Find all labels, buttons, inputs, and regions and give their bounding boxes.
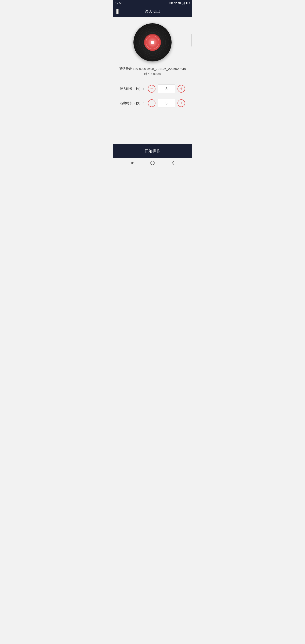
start-button[interactable]: 开始操作 (144, 148, 160, 154)
fade-in-row: 淡入时长（秒）： (119, 84, 186, 93)
file-duration: 时长：00:38 (144, 72, 160, 76)
nav-bar (113, 158, 192, 168)
battery-icon (186, 2, 190, 4)
svg-rect-7 (134, 162, 134, 163)
recents-icon (130, 161, 134, 164)
network-label: 4G (178, 2, 181, 4)
fade-out-increment-button[interactable] (178, 99, 185, 107)
header-title: 淡入淡出 (145, 9, 160, 14)
scrollbar[interactable] (192, 34, 192, 46)
minus-icon (150, 86, 153, 91)
main-content: 通话录音 139 8200 9608_221106_222552.m4a 时长：… (113, 17, 192, 144)
home-icon (150, 160, 155, 165)
vinyl-label (144, 34, 161, 51)
bottom-bar: 开始操作 (113, 144, 192, 158)
file-name: 通话录音 139 8200 9608_221106_222552.m4a (119, 66, 186, 71)
svg-rect-2 (189, 2, 190, 4)
status-bar: 17:53 HD 4G (113, 0, 192, 6)
vinyl-container (134, 23, 172, 62)
fade-in-decrement-button[interactable] (148, 85, 156, 92)
status-time: 17:53 (116, 2, 122, 5)
fade-in-input[interactable] (158, 84, 175, 93)
vinyl-record (134, 23, 172, 62)
svg-rect-5 (131, 162, 132, 164)
nav-recents-button[interactable] (128, 159, 136, 167)
minus-icon-2 (150, 101, 153, 106)
back-button[interactable]: ‹ (116, 9, 118, 14)
nav-back-button[interactable] (170, 159, 177, 167)
wifi-icon (174, 2, 177, 4)
vinyl-center (151, 41, 154, 44)
nav-home-button[interactable] (149, 159, 156, 167)
back-nav-icon (172, 160, 175, 165)
plus-icon (180, 86, 183, 91)
fade-out-input[interactable] (158, 99, 175, 108)
plus-icon-2 (180, 101, 183, 106)
svg-point-0 (175, 4, 176, 4)
controls-section: 淡入时长（秒）： 淡出时长（秒）： (117, 84, 188, 113)
header: ‹ 淡入淡出 (113, 6, 192, 17)
svg-rect-6 (132, 162, 133, 164)
fade-in-label: 淡入时长（秒）： (120, 87, 145, 91)
svg-rect-4 (130, 161, 130, 164)
status-icons: HD 4G (170, 2, 190, 4)
fade-out-decrement-button[interactable] (148, 99, 156, 107)
svg-rect-3 (186, 2, 187, 4)
fade-out-label: 淡出时长（秒）： (120, 101, 145, 105)
signal-bars (182, 2, 185, 4)
svg-point-8 (150, 161, 154, 165)
fade-in-increment-button[interactable] (178, 85, 185, 92)
fade-out-row: 淡出时长（秒）： (119, 99, 186, 108)
hd-label: HD (170, 2, 173, 4)
